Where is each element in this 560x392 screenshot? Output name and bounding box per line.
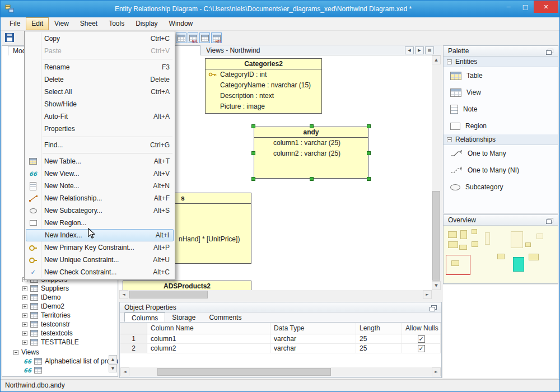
tree-item-tdemo2[interactable]: tDemo2	[2, 302, 64, 311]
scroll-down-arrow[interactable]: ▼	[432, 281, 441, 290]
cell-length[interactable]: 25	[356, 334, 402, 343]
menu-item-show-hide[interactable]: Show/Hide	[25, 98, 175, 110]
tree-item-testconstr[interactable]: testconstr	[2, 320, 70, 329]
tree-item-territories[interactable]: Territories	[2, 311, 71, 320]
menu-item-new-table[interactable]: New Table...Alt+T	[25, 155, 175, 167]
tree-scroll-down[interactable]: ▼	[109, 364, 117, 372]
palette-item-view[interactable]: View	[444, 84, 558, 101]
selection-handle[interactable]	[251, 151, 255, 155]
menu-item-new-relationship[interactable]: New Relationship...Alt+F	[25, 192, 175, 204]
palette-item-region[interactable]: Region	[444, 118, 558, 134]
menu-view[interactable]: View	[49, 17, 74, 30]
menu-item-rename[interactable]: RenameF3	[25, 61, 175, 73]
er-table-andy[interactable]: andy column1 : varchar (25) column2 : va…	[254, 127, 368, 179]
menu-item-select-all[interactable]: Select AllCtrl+A	[25, 86, 175, 98]
minimize-button[interactable]: ─	[500, 1, 517, 13]
menu-item-copy[interactable]: CopyCtrl+C	[25, 32, 175, 45]
overview-viewport[interactable]	[446, 255, 470, 275]
tree-item-partial[interactable]: 66	[2, 366, 42, 375]
allow-nulls-checkbox[interactable]: ✓	[418, 345, 425, 352]
toolbar-toggle-datatypes[interactable]	[176, 32, 186, 43]
next-sheet-button[interactable]: ▶	[415, 46, 424, 54]
cell-column-name[interactable]: column1	[147, 334, 270, 343]
tree-item-testextcols[interactable]: testextcols	[2, 329, 73, 338]
menu-item-new-primary-key-constraint[interactable]: New Primary Key Constraint...Alt+P	[25, 241, 175, 254]
er-table-adsproducts2[interactable]: ADSProducts2	[123, 281, 251, 290]
tab-storage[interactable]: Storage	[165, 312, 202, 322]
expand-icon[interactable]	[22, 340, 27, 345]
palette-item-note[interactable]: Note	[444, 101, 558, 118]
toolbar-toggle-keys[interactable]: KEY	[211, 32, 222, 43]
tree-item-tdemo[interactable]: tDemo	[2, 293, 60, 302]
collapse-icon[interactable]	[13, 350, 18, 355]
scroll-left-arrow[interactable]: ◄	[119, 290, 128, 299]
hscroll-thumb[interactable]	[129, 291, 208, 298]
menu-item-new-subcategory[interactable]: New Subcategory...Alt+S	[25, 204, 175, 217]
tree-scroll-up[interactable]: ▲	[109, 355, 117, 363]
overview-minimap[interactable]	[444, 226, 558, 283]
palette-group-entities[interactable]: Entities	[444, 57, 558, 67]
er-table-categories2[interactable]: Categories2 CategoryID : int CategoryNam…	[205, 58, 322, 114]
selection-handle[interactable]	[367, 177, 371, 181]
menu-file[interactable]: File	[4, 17, 26, 30]
properties-hscrollbar[interactable]: ◄ ►	[120, 367, 441, 376]
menu-item-new-unique-constraint[interactable]: New Unique Constraint...Alt+U	[25, 254, 175, 266]
menu-edit[interactable]: Edit	[26, 17, 49, 30]
close-button[interactable]: ✕	[534, 1, 558, 13]
float-panel-icon[interactable]	[548, 218, 553, 222]
vscroll-thumb[interactable]	[432, 191, 440, 281]
expand-icon[interactable]	[22, 286, 27, 291]
menu-item-find[interactable]: Find...Ctrl+G	[25, 139, 175, 151]
palette-item-one-to-many-ni[interactable]: One to Many (NI)	[444, 162, 558, 179]
prev-sheet-button[interactable]: ◀	[405, 46, 414, 54]
menu-item-new-check-constraint[interactable]: ✓ New Check Constraint...Alt+C	[25, 266, 175, 278]
allow-nulls-checkbox[interactable]: ✓	[418, 335, 425, 343]
canvas-vscrollbar[interactable]: ▲ ▼	[432, 55, 441, 290]
menu-item-new-index[interactable]: New Index...Alt+I	[26, 229, 174, 241]
menu-item-auto-fit[interactable]: Auto-FitAlt+A	[25, 110, 175, 123]
tab-columns[interactable]: Columns	[124, 312, 165, 322]
palette-group-relationships[interactable]: Relationships	[444, 134, 558, 145]
expand-icon[interactable]	[22, 331, 27, 336]
tree-node-views[interactable]: Views	[2, 348, 39, 357]
tree-item-alphabetical-list[interactable]: 66 Alphabetical list of produ	[2, 357, 118, 366]
menu-item-new-region[interactable]: New Region...	[25, 217, 175, 229]
selection-handle[interactable]	[251, 124, 255, 128]
expand-icon[interactable]	[22, 295, 27, 300]
cell-data-type[interactable]: varchar	[270, 344, 356, 353]
cell-length[interactable]: 25	[356, 344, 402, 353]
palette-item-one-to-many[interactable]: One to Many	[444, 145, 558, 162]
float-panel-icon[interactable]	[548, 49, 553, 53]
menu-item-properties[interactable]: Properties	[25, 123, 175, 135]
selection-handle[interactable]	[367, 124, 371, 128]
maximize-button[interactable]: □	[517, 1, 534, 13]
menu-item-new-view[interactable]: 66 New View...Alt+V	[25, 167, 175, 180]
save-icon[interactable]	[5, 33, 14, 42]
menu-tools[interactable]: Tools	[103, 17, 130, 30]
palette-item-subcategory[interactable]: Subcategory	[444, 179, 558, 195]
menu-display[interactable]: Display	[130, 17, 163, 30]
expand-icon[interactable]	[22, 313, 27, 318]
selection-handle[interactable]	[310, 177, 314, 181]
sheet-list-button[interactable]: ▤	[425, 46, 434, 54]
scroll-right-arrow[interactable]: ►	[423, 290, 432, 299]
float-panel-icon[interactable]	[431, 305, 437, 310]
palette-item-table[interactable]: Table	[444, 67, 558, 84]
cell-data-type[interactable]: varchar	[270, 334, 356, 343]
tab-comments[interactable]: Comments	[202, 312, 248, 322]
menu-window[interactable]: Window	[164, 17, 199, 30]
hscroll-thumb[interactable]	[157, 368, 331, 376]
tree-item-testtable[interactable]: TESTTABLE	[2, 338, 79, 347]
scroll-left-arrow[interactable]: ◄	[120, 367, 129, 376]
selection-handle[interactable]	[367, 151, 371, 155]
selection-handle[interactable]	[251, 177, 255, 181]
toolbar-toggle-rows[interactable]	[199, 32, 210, 43]
expand-icon[interactable]	[22, 304, 27, 309]
scroll-right-arrow[interactable]: ►	[432, 367, 441, 376]
menu-item-delete[interactable]: DeleteDelete	[25, 73, 175, 86]
menu-item-paste[interactable]: PasteCtrl+V	[25, 45, 175, 57]
canvas-hscrollbar[interactable]: ◄ ►	[119, 290, 432, 299]
selection-handle[interactable]	[310, 124, 314, 128]
collapse-icon[interactable]	[447, 59, 452, 64]
scroll-up-arrow[interactable]: ▲	[432, 55, 441, 64]
